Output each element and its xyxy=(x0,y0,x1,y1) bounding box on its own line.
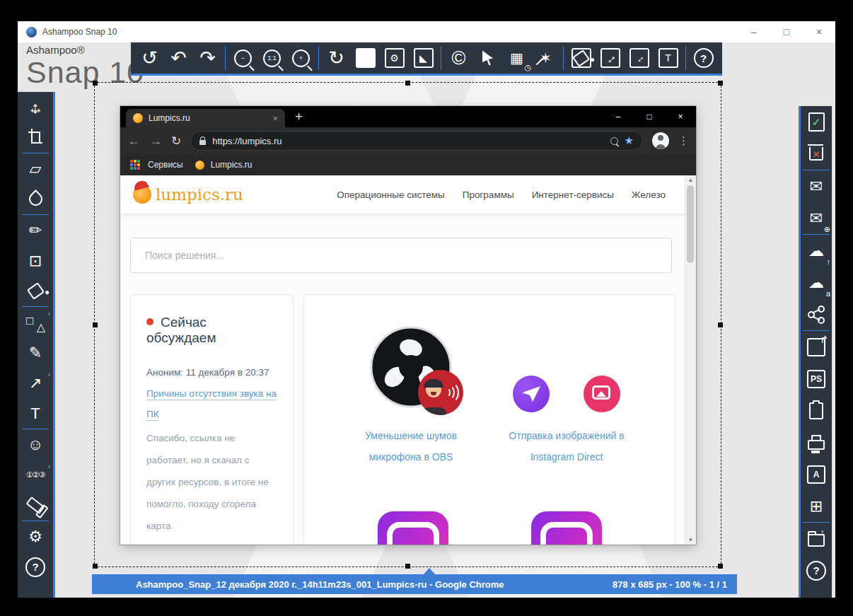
date-stamp-button[interactable]: ▦◷ xyxy=(502,44,531,72)
action-save[interactable]: ✓ xyxy=(802,106,830,138)
selection-handle[interactable] xyxy=(718,564,723,569)
chrome-minimize-button[interactable]: – xyxy=(603,106,634,127)
action-open-file[interactable]: ↑ xyxy=(802,523,830,554)
action-export[interactable]: ↱ xyxy=(802,331,830,363)
chrome-maximize-button[interactable]: □ xyxy=(634,106,665,127)
fill-background-button[interactable] xyxy=(567,44,596,72)
select-cursor-button[interactable] xyxy=(473,44,502,72)
selection-handle[interactable] xyxy=(93,322,98,327)
tool-blur[interactable] xyxy=(20,184,51,214)
resize-canvas-button[interactable]: ↔ xyxy=(596,44,625,72)
article-title[interactable]: Уменьшение шумов микрофона в OBS xyxy=(344,425,478,467)
magic-effects-button[interactable]: ✶ xyxy=(531,44,560,72)
copyright-button[interactable]: © xyxy=(444,44,473,72)
action-email[interactable]: ✉ xyxy=(802,170,830,202)
selection-handle[interactable] xyxy=(718,322,723,327)
webpage: lumpics.ru Операционные системы Программ… xyxy=(120,175,696,545)
nav-programs[interactable]: Программы xyxy=(463,190,514,200)
page-scrollbar[interactable]: ▲ ▼ xyxy=(685,175,696,545)
article-item[interactable]: Отправка изображений в Instagram Direct xyxy=(478,325,655,467)
selection-handle[interactable] xyxy=(93,564,98,569)
close-button[interactable]: × xyxy=(803,21,835,42)
tool-shapes[interactable]: □△› xyxy=(20,307,51,337)
action-discard[interactable]: × xyxy=(802,138,830,170)
action-webspace[interactable]: ☁a xyxy=(802,267,830,298)
bookmark-star-icon[interactable]: ★ xyxy=(625,134,634,147)
text-frame-button[interactable]: T xyxy=(654,44,683,72)
bookmark-favicon xyxy=(195,161,204,170)
stamp-settings-button[interactable]: ⚙ xyxy=(380,44,409,72)
action-email-web[interactable]: ✉⊕ xyxy=(802,202,830,234)
tool-numbering[interactable]: ①②③› xyxy=(20,460,51,490)
reload-button[interactable]: ↻ xyxy=(171,135,181,147)
crop-to-selection-button[interactable]: ↔ xyxy=(625,44,654,72)
undo-button[interactable]: ↶ xyxy=(164,44,193,72)
nav-os[interactable]: Операционные системы xyxy=(337,190,445,200)
minimize-button[interactable]: – xyxy=(738,21,770,42)
bookmark-lumpics[interactable]: Lumpics.ru xyxy=(211,160,253,170)
nav-internet-services[interactable]: Интернет-сервисы xyxy=(532,190,614,200)
tool-spotlight[interactable] xyxy=(20,490,51,521)
address-bar[interactable]: https://lumpics.ru ★ xyxy=(190,131,643,151)
tab-close-icon[interactable]: × xyxy=(272,113,278,124)
tool-pan[interactable]: ↔↕ xyxy=(20,92,51,122)
browser-tab[interactable]: Lumpics.ru × xyxy=(126,109,285,127)
redo-button[interactable]: ↷ xyxy=(193,44,222,72)
action-cloud-upload[interactable]: ☁↑ xyxy=(802,235,830,267)
action-photoshop[interactable]: PS xyxy=(802,363,830,395)
tool-emoticon[interactable]: ☺ xyxy=(20,429,51,460)
tool-eraser[interactable]: ▱ xyxy=(20,153,51,184)
article-title[interactable]: Отправка изображений в Instagram Direct xyxy=(499,425,634,467)
back-button[interactable]: ← xyxy=(127,134,140,147)
obfuscate-button[interactable]: ◣ xyxy=(409,44,438,72)
apps-grid-icon[interactable] xyxy=(130,160,140,170)
chrome-menu-icon[interactable]: ⋮ xyxy=(678,134,689,147)
article-item[interactable]: Уменьшение шумов микрофона в OBS xyxy=(323,325,499,467)
bookmark-services[interactable]: Сервисы xyxy=(148,160,183,170)
tool-pencil[interactable]: ✎ xyxy=(20,337,51,368)
action-print[interactable] xyxy=(802,426,830,458)
tool-arrow[interactable]: ↗› xyxy=(20,368,51,398)
zoom-out-button[interactable]: − xyxy=(228,44,257,72)
action-help[interactable]: ? xyxy=(802,554,830,586)
tool-help[interactable]: ? xyxy=(20,552,51,582)
scrollbar-thumb[interactable] xyxy=(687,185,694,263)
scroll-up-icon[interactable]: ▲ xyxy=(685,177,696,183)
maximize-button[interactable]: □ xyxy=(770,21,803,42)
profile-avatar[interactable] xyxy=(652,132,669,149)
rotate-button[interactable]: ↻ xyxy=(322,44,351,72)
tool-highlighter[interactable]: ✏ xyxy=(20,215,51,245)
tool-settings[interactable]: ⚙ xyxy=(20,521,51,552)
tool-text[interactable]: T xyxy=(20,398,51,429)
selection-handle[interactable] xyxy=(718,81,723,86)
site-logo[interactable]: lumpics.ru xyxy=(133,185,243,204)
forward-button[interactable]: → xyxy=(149,134,162,147)
undo-icon: ↶ xyxy=(170,49,187,68)
app-title: Ashampoo Snap 10 xyxy=(42,27,117,37)
zoom-in-button[interactable]: + xyxy=(286,44,315,72)
comment-link[interactable]: Причины отсутствия звука на ПК xyxy=(146,384,277,424)
action-thumbnails[interactable]: ⊞ xyxy=(802,490,830,522)
tool-fill[interactable] xyxy=(20,276,51,306)
fill-rectangle-button[interactable] xyxy=(351,44,380,72)
help-button[interactable]: ? xyxy=(689,44,718,72)
action-clipboard[interactable] xyxy=(802,395,830,426)
action-share[interactable] xyxy=(802,298,830,330)
nav-hardware[interactable]: Железо xyxy=(632,190,666,200)
scroll-down-icon[interactable]: ▼ xyxy=(685,537,696,543)
tool-crop[interactable] xyxy=(20,122,51,153)
search-input[interactable] xyxy=(130,238,672,273)
cloud-a-icon: ☁ xyxy=(808,275,824,291)
selection-handle[interactable] xyxy=(405,81,410,86)
tool-callout[interactable]: ⊡ xyxy=(20,245,51,276)
search-icon[interactable] xyxy=(610,137,618,145)
site-favicon xyxy=(133,113,143,123)
new-tab-button[interactable]: + xyxy=(295,109,303,124)
action-ocr[interactable]: A xyxy=(802,458,830,490)
window-controls: – □ × xyxy=(738,21,835,42)
zoom-original-button[interactable]: 1:1 xyxy=(257,44,286,72)
crop-icon xyxy=(28,131,42,145)
undo-all-button[interactable]: ↺ xyxy=(135,44,164,72)
chrome-close-button[interactable]: × xyxy=(665,106,696,127)
selection-handle[interactable] xyxy=(405,564,410,569)
